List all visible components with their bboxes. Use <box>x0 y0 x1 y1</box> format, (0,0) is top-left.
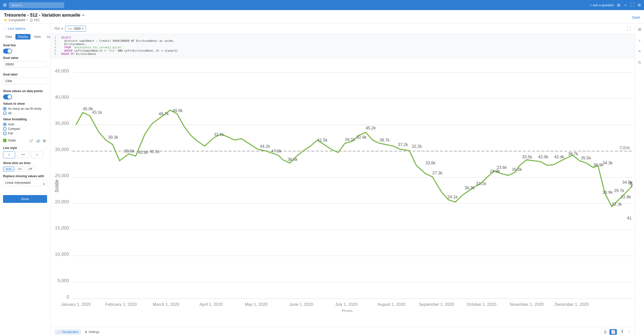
settings-tab[interactable]: ⚙ Settings <box>82 329 102 335</box>
series-color <box>3 139 7 142</box>
svg-text:30,000: 30,000 <box>55 147 69 152</box>
remove-filter-icon[interactable]: × <box>82 27 84 31</box>
value-formatting-label: Value formatting <box>3 118 47 121</box>
folder-icon: 📁 <box>4 19 8 22</box>
svg-text:26.9k: 26.9k <box>602 190 613 195</box>
svg-text:42.9k: 42.9k <box>538 155 549 159</box>
format-compact[interactable]: Compact <box>3 127 47 131</box>
missing-values-dropdown-wrapper: Linear Interpolated ▼ <box>3 179 47 189</box>
page-title-text: Trésorerie - 512 - Variation annuelle <box>4 13 80 18</box>
svg-text:38.7k: 38.7k <box>568 152 578 156</box>
svg-text:43.1k: 43.1k <box>92 110 102 115</box>
fullscreen-icon[interactable]: ⛶ <box>630 3 634 7</box>
svg-text:39.3k: 39.3k <box>108 135 118 139</box>
right-refresh-icon[interactable]: ↻ <box>636 59 643 66</box>
save-button[interactable]: Save <box>632 15 640 19</box>
grid-icon[interactable]: ⊞ <box>617 3 620 8</box>
radio-all[interactable]: All <box>3 111 47 115</box>
year-label: Year <box>67 27 72 30</box>
dots-options: Auto On Off <box>3 166 47 171</box>
chart-bottom-bar: 📈 Visualization ⚙ Settings ☰ 📈 ⬇ ↑ <box>50 327 635 335</box>
search-input[interactable] <box>9 2 64 8</box>
download-icon[interactable]: ⬇ <box>620 328 625 335</box>
year-filter-chip[interactable]: Year 2020 × <box>65 26 86 32</box>
settings-gear-icon: ⚙ <box>85 330 87 334</box>
svg-text:33.5k: 33.5k <box>522 155 532 159</box>
line-curved[interactable]: 〜 <box>17 151 29 158</box>
visualization-tab[interactable]: 📈 Visualization <box>54 329 81 335</box>
format-full[interactable]: Full <box>3 132 47 135</box>
svg-text:32.5k: 32.5k <box>631 183 632 188</box>
edit-title-icon[interactable]: ✏ <box>82 13 85 17</box>
svg-text:October 1, 2020: October 1, 2020 <box>467 302 496 307</box>
tab-labels[interactable]: Labels <box>44 34 50 40</box>
svg-text:32.9k: 32.9k <box>357 135 367 139</box>
line-chart-icon[interactable]: 📈 <box>28 138 34 143</box>
back-button[interactable]: ← Line options <box>3 27 47 30</box>
right-filter-icon[interactable]: ≡ <box>636 48 643 55</box>
svg-text:July 1, 2020: July 1, 2020 <box>335 302 357 307</box>
svg-text:41.1k: 41.1k <box>627 216 632 220</box>
goal-value-label: Goal value <box>3 56 47 60</box>
radio-all-dot <box>3 111 7 115</box>
area-chart-icon[interactable]: ▦ <box>42 138 47 143</box>
line-view-btn[interactable]: 📈 <box>609 329 617 335</box>
app-logo-icon[interactable]: ⊞ <box>3 2 7 8</box>
goal-label-input[interactable] <box>3 78 47 84</box>
table-icon: 📋 <box>29 19 33 22</box>
svg-text:22.8k: 22.8k <box>621 195 631 199</box>
radio-as-many[interactable]: As many as can fit nicely <box>3 107 47 110</box>
svg-text:41.5k: 41.5k <box>317 138 328 142</box>
ask-question-button[interactable]: + Ask a question <box>590 3 614 7</box>
svg-text:March 1, 2020: March 1, 2020 <box>153 302 179 307</box>
navbar: ⊞ + Ask a question ⊞ ＋ ⛶ ⚙ <box>0 0 644 10</box>
goal-line-toggle[interactable] <box>3 49 12 54</box>
svg-text:34.1k: 34.1k <box>345 137 355 142</box>
tab-display[interactable]: Display <box>15 34 30 40</box>
svg-text:29.7k: 29.7k <box>614 188 624 193</box>
show-values-toggle-container <box>3 94 47 99</box>
settings-icon[interactable]: ⚙ <box>637 3 641 8</box>
chart-area: FEC ▾ Year 2020 × ⛶ 1SELECT 2 distinct s… <box>50 24 635 335</box>
line-style-label: Line style <box>3 146 47 150</box>
svg-text:47.8k: 47.8k <box>271 149 282 153</box>
svg-text:38.6k: 38.6k <box>287 157 298 162</box>
series-row: Solde 📈 📊 ▦ <box>3 138 47 143</box>
radio-as-many-dot <box>3 107 7 110</box>
svg-text:38.7k: 38.7k <box>379 138 390 142</box>
tab-data[interactable]: Data <box>3 34 14 40</box>
breadcrumb-comptabilite: 📁 Comptabilité <box>4 18 25 22</box>
line-stepped[interactable]: ⌐ <box>31 151 43 158</box>
goal-line-label: Goal line <box>3 44 47 47</box>
dots-auto-btn[interactable]: Auto <box>3 166 14 171</box>
tab-axes[interactable]: Axes <box>31 34 43 40</box>
format-auto[interactable]: Auto <box>3 123 47 126</box>
svg-text:27.3k: 27.3k <box>432 171 443 175</box>
breadcrumb-fec: 📋 FEC <box>29 18 40 22</box>
done-button[interactable]: Done <box>3 195 47 203</box>
sidebar: ← Line options Data Display Axes Labels … <box>0 24 50 335</box>
sql-block: 1SELECT 2 distinct sum(Debit - Credit) O… <box>50 34 635 58</box>
svg-text:0: 0 <box>67 294 69 300</box>
line-straight[interactable]: / <box>3 151 15 158</box>
show-values-toggle[interactable] <box>3 94 12 99</box>
right-sidebar: ⊞ 𝑥 ≡ ↻ <box>635 24 644 335</box>
expand-icon[interactable]: ⛶ <box>627 26 631 31</box>
share-icon[interactable]: ↑ <box>627 328 631 335</box>
svg-text:40.1k: 40.1k <box>149 149 160 154</box>
bar-chart-icon[interactable]: 📊 <box>35 138 41 143</box>
dots-on-btn[interactable]: On <box>15 166 25 171</box>
right-data-icon[interactable]: ⊞ <box>636 26 643 33</box>
fec-filter[interactable]: FEC ▾ <box>54 27 63 30</box>
svg-text:December 1, 2020: December 1, 2020 <box>555 302 589 307</box>
goal-value-input[interactable] <box>3 61 47 68</box>
viz-settings-tabs: 📈 Visualization ⚙ Settings <box>54 329 102 335</box>
dots-off-btn[interactable]: Off <box>25 166 35 171</box>
missing-values-select[interactable]: Linear Interpolated <box>3 179 47 186</box>
svg-text:40.8k: 40.8k <box>138 150 148 155</box>
chart-type-selector: ☰ 📈 <box>601 328 618 335</box>
table-view-btn[interactable]: ☰ <box>602 329 608 335</box>
svg-text:April 1, 2020: April 1, 2020 <box>200 302 223 307</box>
plus-icon[interactable]: ＋ <box>623 3 627 8</box>
right-formula-icon[interactable]: 𝑥 <box>636 37 643 44</box>
